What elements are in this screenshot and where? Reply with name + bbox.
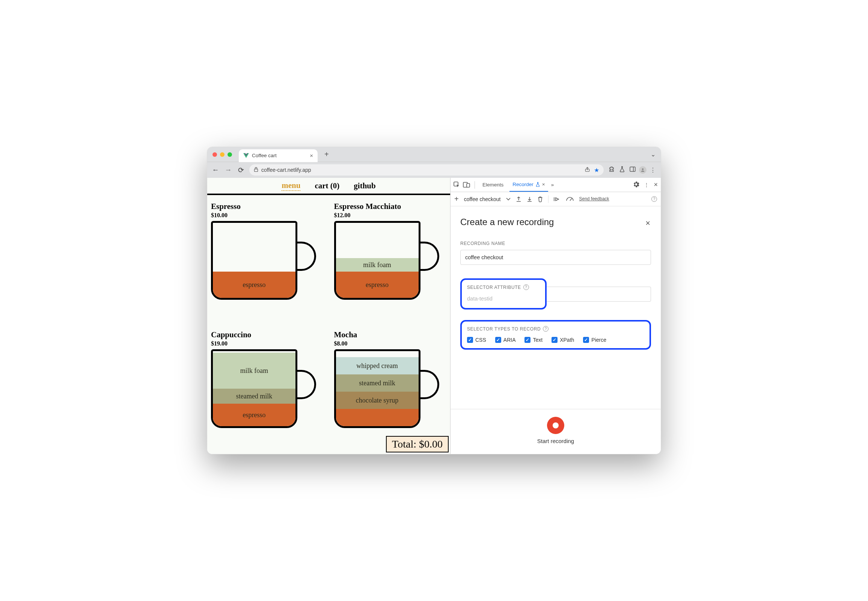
- extensions-icon[interactable]: [607, 166, 616, 174]
- flow-dropdown-icon[interactable]: [506, 198, 510, 201]
- bookmark-star-icon[interactable]: ★: [594, 166, 599, 174]
- url-text: coffee-cart.netlify.app: [261, 167, 311, 173]
- selector-attribute-input[interactable]: [467, 294, 540, 304]
- forward-button[interactable]: →: [224, 166, 233, 174]
- nav-cart[interactable]: cart (0): [315, 181, 339, 191]
- selector-type-pierce[interactable]: ✓Pierce: [583, 337, 606, 343]
- recording-name-label: RECORDING NAME: [460, 241, 651, 246]
- layer-whipped-cream: whipped cream: [336, 357, 419, 374]
- cup-wrap: milk foamespresso: [334, 221, 447, 304]
- layer-espresso: espresso: [213, 404, 295, 426]
- layer-steamed-milk: steamed milk: [213, 389, 295, 404]
- product-name: Espresso Macchiato: [334, 202, 447, 211]
- selector-type-text[interactable]: ✓Text: [524, 337, 542, 343]
- window-controls: [212, 152, 232, 157]
- sidepanel-icon[interactable]: [628, 166, 637, 173]
- tabs-overflow-button[interactable]: ⌄: [651, 151, 656, 158]
- nav-github[interactable]: github: [354, 181, 376, 191]
- url-input[interactable]: coffee-cart.netlify.app ★: [249, 164, 604, 175]
- profile-icon[interactable]: [639, 166, 646, 174]
- svg-line-11: [570, 198, 572, 201]
- replay-icon[interactable]: [554, 197, 561, 202]
- tab-elements[interactable]: Elements: [480, 178, 506, 192]
- send-feedback-link[interactable]: Send feedback: [579, 197, 609, 201]
- close-devtools-button[interactable]: ×: [654, 181, 658, 189]
- cup-wrap: espresso: [211, 221, 324, 304]
- vue-icon: [243, 153, 249, 158]
- start-recording-button[interactable]: [547, 417, 564, 434]
- layer-milk-foam: milk foam: [336, 258, 419, 272]
- product-price: $12.00: [334, 212, 447, 219]
- import-icon[interactable]: [527, 196, 532, 202]
- selector-type-xpath[interactable]: ✓XPath: [552, 337, 574, 343]
- webpage: menu cart (0) github Espresso$10.00espre…: [207, 178, 451, 454]
- panel-title: Create a new recording: [460, 217, 651, 227]
- settings-icon[interactable]: [633, 181, 639, 189]
- product-name: Mocha: [334, 330, 447, 340]
- cup-handle: [296, 370, 316, 399]
- selector-type-css[interactable]: ✓CSS: [467, 337, 486, 343]
- selector-types-label: SELECTOR TYPES TO RECORD ?: [467, 326, 644, 332]
- layer-espresso-l: [336, 409, 419, 426]
- coffee-cup[interactable]: milk foamespresso: [334, 221, 420, 300]
- cup-wrap: whipped creamsteamed milkchocolate syrup: [334, 349, 447, 432]
- recorder-toolbar: + coffee checkout: [451, 192, 661, 206]
- devtools-menu-button[interactable]: ⋮: [644, 182, 649, 188]
- close-panel-button[interactable]: ×: [645, 218, 650, 228]
- minimize-window-button[interactable]: [220, 152, 225, 157]
- coffee-cup[interactable]: whipped creamsteamed milkchocolate syrup: [334, 349, 420, 428]
- devtools-panel: Elements Recorder × » ⋮ × + coffee chec: [451, 178, 661, 454]
- close-recorder-tab[interactable]: ×: [542, 182, 545, 187]
- selector-types-box: SELECTOR TYPES TO RECORD ? ✓CSS ✓ARIA ✓T…: [460, 320, 651, 350]
- layer-steamed-milk: steamed milk: [336, 374, 419, 392]
- nav-menu[interactable]: menu: [281, 181, 300, 191]
- recording-flow-name[interactable]: coffee checkout: [464, 196, 501, 202]
- labs-icon[interactable]: [618, 166, 626, 174]
- cup-wrap: milk foamsteamed milkespresso: [211, 349, 324, 432]
- coffee-cup[interactable]: espresso: [211, 221, 297, 300]
- coffee-cup[interactable]: milk foamsteamed milkespresso: [211, 349, 297, 428]
- lock-icon: [254, 167, 258, 173]
- reload-button[interactable]: ⟳: [237, 166, 246, 174]
- layer-espresso: espresso: [336, 272, 419, 298]
- selector-type-aria[interactable]: ✓ARIA: [495, 337, 516, 343]
- inspect-icon[interactable]: [454, 182, 460, 188]
- share-icon[interactable]: [585, 166, 590, 173]
- selector-types-help-icon[interactable]: ?: [543, 326, 549, 332]
- layer-espresso: espresso: [213, 272, 295, 298]
- back-button[interactable]: ←: [211, 166, 220, 174]
- svg-point-6: [642, 168, 644, 170]
- maximize-window-button[interactable]: [228, 152, 232, 157]
- browser-window: Coffee cart × + ⌄ ← → ⟳ coffee-cart.netl…: [207, 147, 661, 454]
- start-recording-label: Start recording: [537, 438, 574, 444]
- product-cappuccino: Cappuccino$19.00milk foamsteamed milkesp…: [211, 330, 324, 450]
- replay-speed-icon[interactable]: [566, 197, 574, 201]
- close-tab-button[interactable]: ×: [310, 152, 313, 159]
- page-nav: menu cart (0) github: [207, 178, 450, 195]
- selector-attribute-field-ext[interactable]: [547, 287, 651, 302]
- new-tab-button[interactable]: +: [324, 150, 329, 159]
- product-name: Cappuccino: [211, 330, 324, 340]
- content-area: menu cart (0) github Espresso$10.00espre…: [207, 178, 661, 454]
- devtools-tabs: Elements Recorder × » ⋮ ×: [451, 178, 661, 192]
- tab-recorder[interactable]: Recorder ×: [509, 178, 548, 192]
- tab-title: Coffee cart: [252, 153, 277, 158]
- recording-name-input[interactable]: [460, 250, 651, 265]
- products-grid: Espresso$10.00espressoEspresso Macchiato…: [207, 195, 450, 454]
- selector-attribute-help-icon[interactable]: ?: [523, 284, 529, 290]
- browser-tab[interactable]: Coffee cart ×: [239, 149, 318, 162]
- recorder-body: Create a new recording × RECORDING NAME …: [451, 206, 661, 409]
- svg-rect-4: [630, 167, 635, 171]
- device-toggle-icon[interactable]: [463, 182, 470, 188]
- help-icon[interactable]: ?: [651, 196, 657, 202]
- svg-rect-2: [255, 169, 258, 172]
- close-window-button[interactable]: [212, 152, 217, 157]
- more-tabs-button[interactable]: »: [551, 182, 554, 188]
- total-badge[interactable]: Total: $0.00: [386, 436, 449, 452]
- export-icon[interactable]: [516, 196, 521, 202]
- delete-icon[interactable]: [538, 196, 543, 202]
- cup-handle: [296, 242, 316, 271]
- new-recording-button[interactable]: +: [454, 195, 459, 203]
- browser-menu-button[interactable]: ⋮: [649, 166, 657, 174]
- browser-titlebar: Coffee cart × + ⌄: [207, 147, 661, 162]
